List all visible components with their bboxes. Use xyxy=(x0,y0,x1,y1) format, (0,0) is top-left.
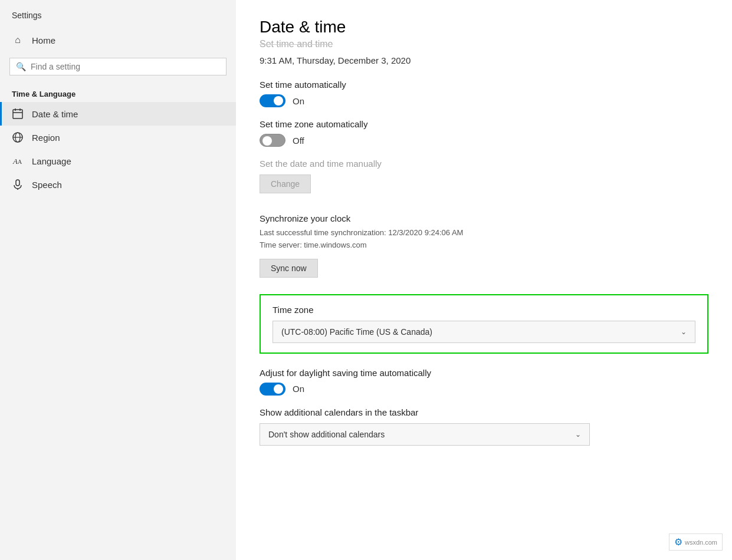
home-label: Home xyxy=(32,35,55,45)
search-box: 🔍 xyxy=(9,58,227,75)
daylight-toggle[interactable] xyxy=(260,383,285,396)
sidebar-item-region[interactable]: Region xyxy=(0,126,236,149)
daylight-toggle-knob xyxy=(274,384,283,394)
sync-time-server: Time server: time.windows.com xyxy=(260,239,708,252)
additional-calendars-section: Show additional calendars in the taskbar… xyxy=(260,407,708,446)
change-button: Change xyxy=(260,174,311,193)
date-time-icon xyxy=(12,108,24,120)
set-date-manual-label: Set the date and time manually xyxy=(260,159,708,169)
svg-rect-0 xyxy=(13,110,22,118)
sidebar-item-speech[interactable]: Speech xyxy=(0,173,236,196)
additional-calendars-chevron-icon: ⌄ xyxy=(575,430,581,439)
additional-calendars-label: Show additional calendars in the taskbar xyxy=(260,407,708,417)
additional-calendars-value: Don't show additional calendars xyxy=(268,430,385,439)
set-timezone-auto-label: Set time zone automatically xyxy=(260,119,708,129)
sidebar: Settings ⌂ Home 🔍 Time & Language Date &… xyxy=(0,0,236,560)
current-datetime: 9:31 AM, Thursday, December 3, 2020 xyxy=(260,55,708,65)
timezone-selected-value: (UTC-08:00) Pacific Time (US & Canada) xyxy=(281,327,432,337)
region-label: Region xyxy=(32,133,60,143)
search-input[interactable] xyxy=(31,62,220,71)
svg-rect-9 xyxy=(16,180,19,186)
search-icon: 🔍 xyxy=(16,62,26,71)
toggle-knob-off xyxy=(262,136,272,146)
daylight-section: Adjust for daylight saving time automati… xyxy=(260,368,708,396)
date-time-label: Date & time xyxy=(32,109,78,119)
watermark: ⚙ wsxdn.com xyxy=(669,533,723,551)
timezone-dropdown[interactable]: (UTC-08:00) Pacific Time (US & Canada) ⌄ xyxy=(273,321,695,343)
language-label: Language xyxy=(32,156,71,166)
speech-label: Speech xyxy=(32,180,62,190)
daylight-toggle-row: On xyxy=(260,383,708,396)
section-label: Time & Language xyxy=(0,85,236,102)
svg-text:A: A xyxy=(12,157,18,166)
set-time-auto-toggle[interactable] xyxy=(260,94,285,107)
timezone-chevron-icon: ⌄ xyxy=(681,328,687,336)
toggle-knob-on xyxy=(274,96,283,106)
sidebar-item-date-time[interactable]: Date & time xyxy=(0,102,236,126)
sync-info: Last successful time synchronization: 12… xyxy=(260,227,708,252)
daylight-label: Adjust for daylight saving time automati… xyxy=(260,368,708,378)
set-time-auto-toggle-row: On xyxy=(260,94,708,107)
speech-icon xyxy=(12,179,24,190)
sync-last-sync: Last successful time synchronization: 12… xyxy=(260,227,708,239)
language-icon: A A xyxy=(12,155,24,167)
sync-now-button[interactable]: Sync now xyxy=(260,259,318,278)
sync-section: Synchronize your clock Last successful t… xyxy=(260,213,708,294)
region-icon xyxy=(12,131,24,143)
set-timezone-auto-toggle-row: Off xyxy=(260,134,708,147)
app-title: Settings xyxy=(0,0,236,27)
page-title: Date & time xyxy=(260,0,708,37)
home-nav-item[interactable]: ⌂ Home xyxy=(0,27,236,53)
svg-text:A: A xyxy=(18,159,22,165)
scrolled-hint: Set time and time xyxy=(260,39,708,50)
watermark-logo-icon: ⚙ xyxy=(674,536,682,548)
additional-calendars-dropdown[interactable]: Don't show additional calendars ⌄ xyxy=(260,423,590,446)
timezone-label: Time zone xyxy=(273,305,695,315)
home-icon: ⌂ xyxy=(12,34,24,46)
daylight-status: On xyxy=(293,384,304,394)
set-time-auto-status: On xyxy=(293,96,304,106)
sidebar-item-language[interactable]: A A Language xyxy=(0,149,236,173)
timezone-section: Time zone (UTC-08:00) Pacific Time (US &… xyxy=(260,294,708,354)
sync-title: Synchronize your clock xyxy=(260,213,708,223)
set-timezone-auto-status: Off xyxy=(293,136,304,146)
main-content: Date & time Set time and time 9:31 AM, T… xyxy=(236,0,732,560)
set-timezone-auto-toggle[interactable] xyxy=(260,134,285,147)
set-time-auto-label: Set time automatically xyxy=(260,80,708,90)
watermark-text: wsxdn.com xyxy=(685,539,717,546)
